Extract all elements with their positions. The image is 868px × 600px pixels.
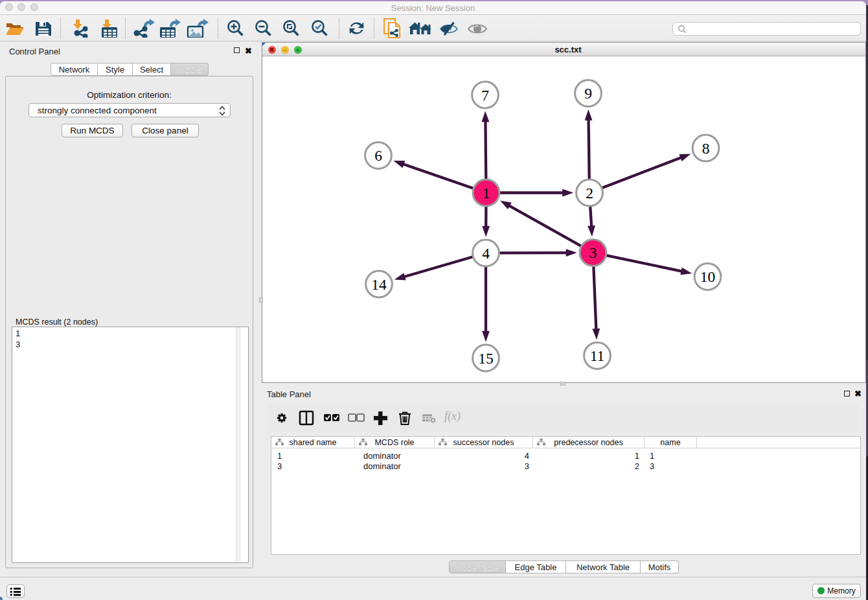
svg-text:8: 8 <box>702 140 710 157</box>
svg-text:1: 1 <box>483 185 490 202</box>
svg-text:9: 9 <box>584 85 592 102</box>
svg-text:2: 2 <box>586 185 593 202</box>
svg-text:11: 11 <box>590 347 605 364</box>
svg-text:15: 15 <box>478 350 494 367</box>
svg-text:4: 4 <box>482 245 490 262</box>
svg-text:7: 7 <box>481 87 489 104</box>
svg-text:3: 3 <box>589 244 597 261</box>
svg-text:10: 10 <box>700 268 716 285</box>
svg-text:6: 6 <box>374 147 382 164</box>
svg-text:14: 14 <box>371 276 387 293</box>
